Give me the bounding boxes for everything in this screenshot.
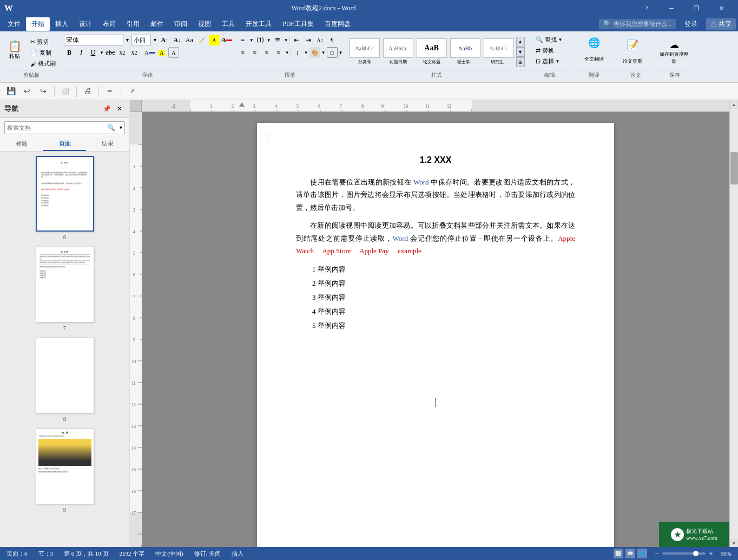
line-spacing-arrow-icon[interactable]: ▼ bbox=[304, 50, 308, 55]
nav-close-button[interactable]: ✕ bbox=[114, 103, 125, 114]
save-quick-button[interactable]: 💾 bbox=[4, 85, 17, 98]
show-marks-button[interactable]: ¶ bbox=[327, 35, 338, 45]
menu-item-baidu[interactable]: 百度网盘 bbox=[319, 17, 356, 31]
nav-tab-headings[interactable]: 标题 bbox=[0, 137, 43, 151]
menu-item-insert[interactable]: 插入 bbox=[50, 17, 74, 31]
nav-tab-results[interactable]: 结果 bbox=[86, 137, 129, 151]
align-right-button[interactable]: ≡ bbox=[261, 47, 272, 58]
paste-button[interactable]: 📋 粘贴 bbox=[2, 35, 27, 65]
scroll-track[interactable] bbox=[730, 109, 739, 539]
cut-button[interactable]: ✂ 剪切 bbox=[28, 37, 61, 47]
format-painter-button[interactable]: 🖌 格式刷 bbox=[28, 59, 61, 69]
read-view-button[interactable]: 📖 bbox=[625, 549, 635, 558]
print-view-button[interactable]: ⬜ bbox=[614, 549, 623, 558]
styles-scroll-up[interactable]: ▲ bbox=[516, 37, 525, 47]
numbered-list-button[interactable]: ⑴ bbox=[255, 35, 266, 45]
window-close-button[interactable]: ✕ bbox=[709, 0, 734, 16]
full-translate-button[interactable]: 🌐 全文翻译 bbox=[581, 35, 608, 65]
menu-item-file[interactable]: 文件 bbox=[2, 17, 26, 31]
scroll-up-button[interactable]: ▲ bbox=[730, 100, 739, 109]
select-button[interactable]: ⊡ 选择 ▼ bbox=[533, 56, 566, 66]
bold-button[interactable]: B bbox=[64, 47, 75, 58]
scrollbar-right[interactable]: ▲ ▼ bbox=[729, 100, 738, 548]
title-bar-controls[interactable]: ? ─ ❐ ✕ bbox=[634, 0, 734, 16]
multilevel-list-button[interactable]: ≣ bbox=[272, 35, 283, 45]
zoom-level[interactable]: 90% bbox=[721, 550, 732, 557]
font-color-button[interactable]: A bbox=[221, 35, 232, 45]
nav-pin-button[interactable]: 📌 bbox=[101, 103, 112, 114]
menu-item-tools[interactable]: 工具 bbox=[216, 17, 240, 31]
zoom-in-icon[interactable]: ＋ bbox=[708, 549, 714, 558]
print-layout-button[interactable]: ⬜ bbox=[59, 85, 72, 98]
shading-button[interactable]: 🎨 bbox=[309, 47, 320, 58]
shading-arrow-icon[interactable]: ▼ bbox=[321, 50, 326, 55]
nav-tab-pages[interactable]: 页面 bbox=[43, 137, 87, 151]
window-restore-button[interactable]: ❐ bbox=[684, 0, 709, 16]
font-bg-button[interactable]: A bbox=[156, 47, 167, 58]
nav-search-icon[interactable]: 🔍 bbox=[105, 124, 117, 132]
superscript-button[interactable]: x2 bbox=[129, 47, 140, 58]
window-minimize-button[interactable]: ─ bbox=[659, 0, 684, 16]
style-item-1[interactable]: AaBbCc 封面日期 bbox=[382, 37, 414, 67]
nav-search-box[interactable]: 🔍 ▼ bbox=[4, 121, 125, 134]
font-shade-button[interactable]: A bbox=[144, 47, 155, 58]
nav-page-item-8[interactable]: 8 bbox=[4, 338, 125, 422]
underline-button[interactable]: U bbox=[88, 47, 98, 58]
styles-expand[interactable]: ⊞ bbox=[516, 57, 525, 67]
undo-button[interactable]: ↩ bbox=[21, 85, 34, 98]
find-arrow[interactable]: ▼ bbox=[558, 37, 563, 42]
bullet-list-button[interactable]: ≡ bbox=[238, 35, 248, 45]
cursor-area[interactable] bbox=[296, 398, 575, 406]
style-item-2[interactable]: AaB 论文标题 bbox=[416, 37, 448, 67]
font-border-button[interactable]: A bbox=[168, 47, 179, 58]
menu-item-mailings[interactable]: 邮件 bbox=[145, 17, 169, 31]
nav-page-item-7[interactable]: 1.3 YYY 文档内容文档内容文档内容文档内容文档内容文档内容文档内容文档内容… bbox=[4, 247, 125, 331]
italic-button[interactable]: I bbox=[76, 47, 87, 58]
zoom-thumb[interactable] bbox=[693, 551, 699, 556]
align-left-button[interactable]: ≡ bbox=[238, 47, 248, 58]
nav-header-buttons[interactable]: 📌 ✕ bbox=[101, 103, 125, 114]
increase-indent-button[interactable]: ⇥ bbox=[303, 35, 314, 45]
zoom-track[interactable] bbox=[662, 552, 706, 555]
numbered-arrow-icon[interactable]: ▼ bbox=[267, 38, 271, 43]
menu-search-placeholder[interactable]: 告诉我您想要做什么... bbox=[614, 20, 671, 28]
styles-scroll-down[interactable]: ▼ bbox=[516, 47, 525, 57]
increase-font-button[interactable]: A↑ bbox=[159, 35, 170, 45]
paper-review-button[interactable]: 📝 论文查重 bbox=[619, 37, 646, 67]
menu-item-view[interactable]: 视图 bbox=[193, 17, 216, 31]
borders-button[interactable]: □ bbox=[327, 47, 338, 58]
nav-page-item-9[interactable]: 第二章 文档内容文档内容文档内容文档内容 图注：示例图片说明文字内容 继续文档内… bbox=[4, 429, 125, 513]
copy-button[interactable]: 📄 复制 bbox=[28, 48, 61, 58]
multilevel-arrow-icon[interactable]: ▼ bbox=[284, 38, 288, 43]
clear-format-toolbar-button[interactable]: ✏ bbox=[103, 85, 116, 98]
login-button[interactable]: 登录 bbox=[680, 18, 702, 30]
zoom-out-icon[interactable]: － bbox=[654, 549, 660, 558]
borders-arrow-icon[interactable]: ▼ bbox=[339, 50, 343, 55]
style-item-3[interactable]: AaBb 硕士学... bbox=[449, 37, 482, 67]
font-name-arrow-icon[interactable]: ▼ bbox=[125, 37, 130, 43]
justify-arrow-icon[interactable]: ▼ bbox=[285, 50, 289, 55]
menu-item-pdf[interactable]: PDF工具集 bbox=[277, 17, 319, 31]
menu-item-references[interactable]: 引用 bbox=[121, 17, 145, 31]
style-item-4[interactable]: AaBbCc 研究生... bbox=[483, 37, 515, 67]
doc-page[interactable]: 1.2 XXX 使用在需要位置出现的新按钮在 Word 中保存时间。若要更改图片… bbox=[257, 123, 614, 548]
sort-button[interactable]: A↕ bbox=[315, 35, 326, 45]
save-to-baidu-button[interactable]: ☁ 保存到百度网盘 bbox=[658, 37, 690, 67]
menu-item-home[interactable]: 开始 bbox=[26, 17, 50, 31]
window-help-button[interactable]: ? bbox=[634, 0, 659, 16]
decrease-indent-button[interactable]: ⇤ bbox=[291, 35, 302, 45]
document-area[interactable]: -2 1 2 3 4 5 6 7 bbox=[130, 100, 729, 548]
nav-search-dropdown[interactable]: ▼ bbox=[117, 125, 124, 130]
font-size-selector[interactable]: 小四 bbox=[131, 35, 151, 45]
highlight-button[interactable]: A bbox=[209, 35, 220, 45]
doc-page-area[interactable]: 1.2 XXX 使用在需要位置出现的新按钮在 Word 中保存时间。若要更改图片… bbox=[142, 112, 729, 548]
decrease-font-button[interactable]: A↓ bbox=[172, 35, 182, 45]
clear-format-button[interactable]: 🧹 bbox=[196, 35, 207, 45]
web-view-button[interactable]: 🌐 bbox=[637, 549, 647, 558]
share-button[interactable]: △ 共享 bbox=[706, 18, 736, 30]
styles-scroll-arrows[interactable]: ▲ ▼ ⊞ bbox=[516, 37, 525, 67]
line-spacing-button[interactable]: ↕ bbox=[292, 47, 303, 58]
subscript-button[interactable]: x2 bbox=[117, 47, 128, 58]
redo-button[interactable]: ↪ bbox=[37, 85, 50, 98]
scroll-down-button[interactable]: ▼ bbox=[730, 539, 739, 548]
